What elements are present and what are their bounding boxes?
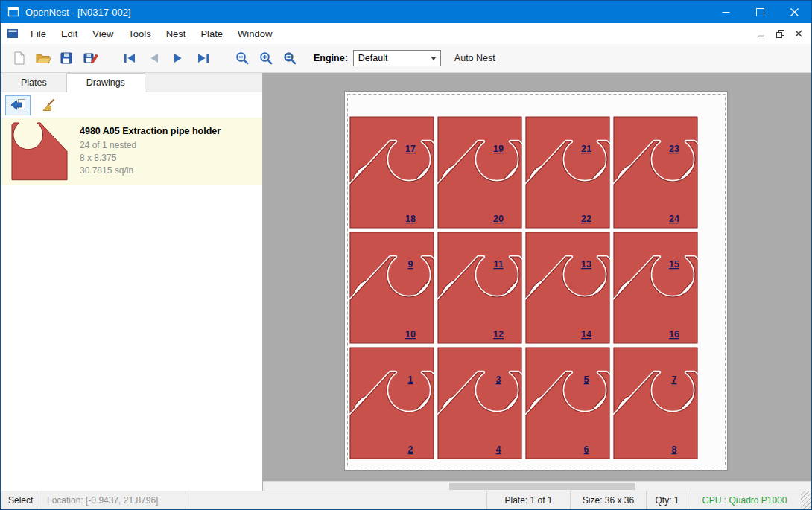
mdi-close-button[interactable] — [790, 26, 807, 41]
nav-next-button[interactable] — [166, 46, 190, 70]
drawing-title: 4980 A05 Extraction pipe holder — [80, 126, 221, 137]
app-icon — [7, 6, 19, 18]
resize-grip[interactable] — [801, 491, 811, 509]
part-number-label: 16 — [669, 329, 679, 340]
new-button[interactable] — [7, 46, 31, 70]
mdi-close-icon — [795, 30, 802, 37]
part-number-label: 4 — [496, 444, 501, 455]
minimize-button[interactable] — [708, 1, 743, 23]
menu-item-file[interactable]: File — [23, 23, 54, 44]
auto-nest-button[interactable]: Auto Nest — [454, 53, 495, 63]
nested-pair: 1112 — [438, 232, 521, 343]
menu-item-edit[interactable]: Edit — [54, 23, 85, 44]
zoom-extents-icon — [282, 51, 297, 66]
zoom-out-button[interactable] — [230, 46, 254, 70]
left-panel: Plates Drawings — [1, 73, 263, 491]
part-number-label: 5 — [584, 374, 589, 385]
back-arrow-page-icon — [10, 98, 27, 112]
close-button[interactable] — [777, 1, 811, 23]
nav-last-button[interactable] — [190, 46, 214, 70]
part-number-label: 24 — [669, 214, 679, 224]
part-number-label: 1 — [408, 374, 413, 385]
menu-bar: File Edit View Tools Nest Plate Window — [1, 23, 811, 44]
part-number-label: 21 — [581, 144, 591, 154]
save-icon — [59, 51, 74, 66]
part-number-label: 6 — [584, 444, 589, 455]
mdi-minimize-icon — [758, 30, 765, 37]
nested-pair: 1718 — [350, 117, 434, 228]
content-area: Plates Drawings — [1, 73, 811, 491]
part-number-label: 11 — [493, 259, 503, 270]
part-number-label: 23 — [669, 144, 679, 154]
part-number-label: 17 — [405, 144, 416, 154]
part-number-label: 10 — [405, 329, 416, 340]
part-thumbnail-shape — [8, 121, 71, 181]
engine-label: Engine: — [314, 53, 348, 63]
menu-item-plate[interactable]: Plate — [193, 23, 230, 44]
mdi-restore-button[interactable] — [772, 26, 788, 41]
part-number-label: 3 — [496, 374, 501, 385]
previous-plate-icon — [148, 53, 160, 63]
status-mode: Select — [1, 491, 39, 509]
nested-pair: 78 — [614, 348, 697, 459]
engine-value: Default — [358, 53, 388, 63]
horizontal-scrollbar-thumb[interactable] — [449, 483, 635, 490]
status-qty: Qty: 1 — [646, 491, 688, 509]
zoom-in-button[interactable] — [254, 46, 278, 70]
nested-pair: 34 — [438, 348, 521, 459]
horizontal-scrollbar[interactable] — [263, 481, 811, 491]
engine-select[interactable]: Default — [353, 50, 441, 66]
zoom-out-icon — [235, 51, 250, 66]
minimize-icon — [722, 8, 730, 16]
new-page-icon — [11, 51, 26, 66]
tab-drawings[interactable]: Drawings — [66, 73, 145, 92]
part-number-label: 8 — [672, 444, 677, 455]
drawing-thumbnail — [7, 121, 72, 181]
part-number-label: 13 — [581, 259, 591, 270]
last-plate-icon — [195, 53, 209, 63]
nested-pair: 1516 — [614, 232, 697, 343]
save-button[interactable] — [54, 46, 78, 70]
mdi-minimize-button[interactable] — [753, 26, 770, 41]
part-number-label: 22 — [581, 214, 591, 224]
drawing-area: 30.7815 sq/in — [80, 165, 221, 177]
menu-item-tools[interactable]: Tools — [121, 23, 158, 44]
nav-prev-button[interactable] — [142, 46, 166, 70]
nested-pair: 1920 — [438, 117, 521, 228]
clean-drawings-button[interactable] — [36, 95, 61, 115]
first-plate-icon — [124, 53, 138, 63]
menu-item-window[interactable]: Window — [230, 23, 279, 44]
menu-item-view[interactable]: View — [85, 23, 121, 44]
nested-pair: 12 — [350, 348, 434, 459]
chevron-down-icon[interactable] — [427, 57, 440, 60]
nav-first-button[interactable] — [118, 46, 142, 70]
drawing-list-item[interactable]: 4980 A05 Extraction pipe holder 24 of 1 … — [1, 118, 262, 185]
zoom-extents-button[interactable] — [278, 46, 302, 70]
zoom-in-icon — [258, 51, 273, 66]
save-edit-button[interactable] — [78, 46, 102, 70]
status-size: Size: 36 x 36 — [570, 491, 646, 509]
part-number-label: 18 — [405, 214, 416, 224]
tab-plates[interactable]: Plates — [1, 74, 67, 92]
open-folder-icon — [35, 51, 51, 65]
broom-icon — [41, 98, 56, 112]
status-bar: Select Location: [-0.9437, 21.8796] Plat… — [1, 491, 811, 509]
part-number-label: 14 — [581, 329, 591, 340]
nesting-canvas[interactable]: 171819202122232491011121314151612345678 — [263, 73, 811, 491]
assign-drawing-button[interactable] — [5, 95, 31, 115]
maximize-button[interactable] — [743, 1, 777, 23]
menu-item-nest[interactable]: Nest — [159, 23, 194, 44]
part-number-label: 9 — [408, 259, 413, 270]
drawing-nested-count: 24 of 1 nested — [80, 139, 221, 152]
nested-pair: 56 — [526, 348, 609, 459]
close-icon — [790, 8, 799, 16]
status-plate: Plate: 1 of 1 — [486, 491, 570, 509]
open-button[interactable] — [31, 46, 54, 70]
nested-pair: 910 — [350, 232, 434, 343]
nested-pair: 1314 — [526, 232, 609, 343]
part-number-label: 19 — [493, 144, 504, 154]
save-edit-icon — [83, 51, 98, 66]
part-number-label: 12 — [493, 329, 504, 340]
drawing-size: 8 x 8.375 — [80, 152, 221, 165]
plate[interactable]: 171819202122232491011121314151612345678 — [344, 91, 728, 471]
